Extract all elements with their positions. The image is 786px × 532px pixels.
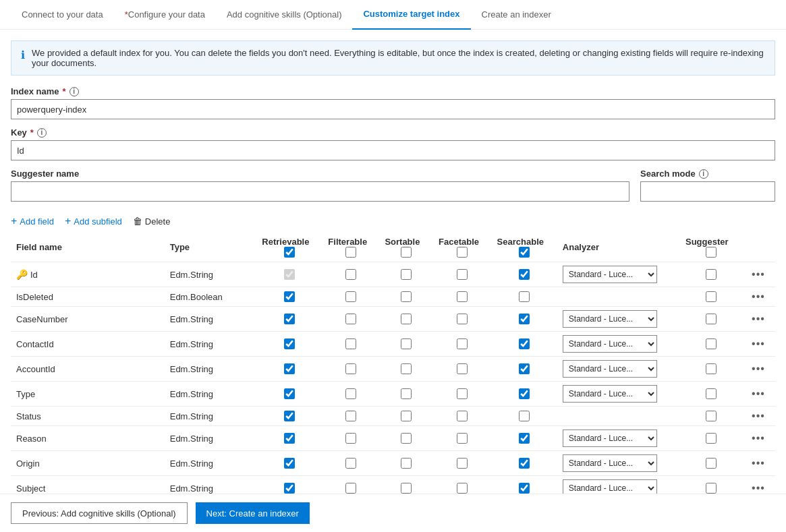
delete-button[interactable]: 🗑 Delete	[133, 216, 171, 227]
searchable-checkbox[interactable]	[519, 388, 530, 399]
sortable-checkbox[interactable]	[401, 269, 412, 280]
nav-step-indexer[interactable]: Create an indexer	[471, 0, 562, 30]
analyzer-select[interactable]: Standard - Luce...	[563, 335, 657, 353]
row-more-button[interactable]: •••	[749, 268, 768, 280]
sortable-checkbox[interactable]	[401, 388, 412, 399]
nav-step-cognitive[interactable]: Add cognitive skills (Optional)	[216, 0, 353, 30]
filterable-checkbox[interactable]	[345, 483, 356, 494]
filterable-checkbox[interactable]	[345, 388, 356, 399]
suggester-checkbox[interactable]	[706, 338, 717, 349]
retrievable-checkbox[interactable]	[284, 483, 295, 494]
key-info-icon[interactable]: i	[37, 128, 47, 138]
sortable-checkbox[interactable]	[401, 458, 412, 469]
retrievable-checkbox[interactable]	[284, 363, 295, 374]
analyzer-select[interactable]: Standard - Luce...	[563, 310, 657, 328]
searchable-checkbox[interactable]	[519, 483, 530, 494]
retrievable-checkbox[interactable]	[284, 338, 295, 349]
retrievable-checkbox[interactable]	[284, 388, 295, 399]
facetable-checkbox[interactable]	[457, 483, 468, 494]
row-more-button[interactable]: •••	[749, 432, 768, 444]
suggester-checkbox[interactable]	[706, 411, 717, 421]
facetable-checkbox[interactable]	[457, 314, 468, 324]
searchable-checkbox[interactable]	[519, 314, 530, 324]
add-subfield-button[interactable]: + Add subfield	[65, 215, 122, 227]
suggester-checkbox[interactable]	[706, 458, 717, 469]
searchable-checkbox[interactable]	[519, 458, 530, 469]
sortable-checkbox[interactable]	[401, 433, 412, 444]
filterable-checkbox[interactable]	[345, 458, 356, 469]
next-button[interactable]: Next: Create an indexer	[196, 502, 310, 524]
filterable-checkbox[interactable]	[345, 291, 356, 302]
retrievable-checkbox[interactable]	[284, 291, 295, 302]
search-mode-info-icon[interactable]: i	[699, 169, 708, 179]
row-more-button[interactable]: •••	[749, 457, 768, 469]
sortable-checkbox[interactable]	[401, 338, 412, 349]
analyzer-select[interactable]: Standard - Luce...	[563, 454, 657, 472]
facetable-checkbox[interactable]	[457, 411, 468, 421]
suggester-checkbox[interactable]	[706, 433, 717, 444]
searchable-checkbox[interactable]	[519, 269, 530, 280]
facetable-checkbox[interactable]	[457, 363, 468, 374]
suggester-checkbox[interactable]	[706, 483, 717, 494]
sortable-checkbox[interactable]	[401, 411, 412, 421]
key-input[interactable]	[11, 140, 775, 160]
sortable-checkbox[interactable]	[401, 291, 412, 302]
header-retrievable-checkbox[interactable]	[284, 247, 295, 258]
analyzer-select[interactable]: Standard - Luce...	[563, 266, 657, 283]
nav-step-configure[interactable]: Configure your data	[114, 0, 216, 30]
searchable-checkbox[interactable]	[519, 433, 530, 444]
suggester-checkbox[interactable]	[706, 363, 717, 374]
row-more-button[interactable]: •••	[749, 482, 768, 494]
suggester-checkbox[interactable]	[706, 314, 717, 324]
facetable-checkbox[interactable]	[457, 433, 468, 444]
retrievable-checkbox[interactable]	[284, 411, 295, 421]
searchable-checkbox[interactable]	[519, 363, 530, 374]
search-mode-input[interactable]	[640, 181, 775, 202]
row-more-button[interactable]: •••	[749, 338, 768, 350]
retrievable-checkbox[interactable]	[284, 433, 295, 444]
header-sortable-checkbox[interactable]	[401, 247, 412, 258]
nav-step-connect[interactable]: Connect to your data	[11, 0, 114, 30]
filterable-checkbox[interactable]	[345, 433, 356, 444]
filterable-checkbox[interactable]	[345, 363, 356, 374]
prev-button[interactable]: Previous: Add cognitive skills (Optional…	[11, 502, 188, 524]
retrievable-checkbox[interactable]	[284, 458, 295, 469]
header-filterable-checkbox[interactable]	[345, 247, 356, 258]
sortable-checkbox[interactable]	[401, 483, 412, 494]
facetable-checkbox[interactable]	[457, 291, 468, 302]
searchable-checkbox[interactable]	[519, 411, 530, 421]
row-more-button[interactable]: •••	[749, 410, 768, 422]
retrievable-checkbox[interactable]	[284, 269, 295, 280]
filterable-checkbox[interactable]	[345, 338, 356, 349]
suggester-checkbox[interactable]	[706, 291, 717, 302]
filterable-checkbox[interactable]	[345, 411, 356, 421]
searchable-checkbox[interactable]	[519, 338, 530, 349]
suggester-checkbox[interactable]	[706, 388, 717, 399]
row-more-button[interactable]: •••	[749, 313, 768, 325]
index-name-input[interactable]	[11, 99, 775, 119]
index-name-info-icon[interactable]: i	[69, 87, 79, 96]
sortable-checkbox[interactable]	[401, 314, 412, 324]
add-field-button[interactable]: + Add field	[11, 215, 54, 227]
row-more-button[interactable]: •••	[749, 388, 768, 400]
suggester-checkbox[interactable]	[706, 269, 717, 280]
facetable-checkbox[interactable]	[457, 458, 468, 469]
facetable-checkbox[interactable]	[457, 388, 468, 399]
facetable-checkbox[interactable]	[457, 338, 468, 349]
filterable-checkbox[interactable]	[345, 314, 356, 324]
nav-step-customize[interactable]: Customize target index	[352, 0, 470, 30]
analyzer-select[interactable]: Standard - Luce...	[563, 385, 657, 403]
suggester-name-input[interactable]	[11, 181, 629, 202]
retrievable-checkbox[interactable]	[284, 314, 295, 324]
row-more-button[interactable]: •••	[749, 363, 768, 375]
header-searchable-checkbox[interactable]	[519, 247, 530, 258]
facetable-checkbox[interactable]	[457, 269, 468, 280]
row-more-button[interactable]: •••	[749, 291, 768, 303]
analyzer-select[interactable]: Standard - Luce...	[563, 430, 657, 447]
sortable-checkbox[interactable]	[401, 363, 412, 374]
header-facetable-checkbox[interactable]	[457, 247, 468, 258]
analyzer-select[interactable]: Standard - Luce...	[563, 360, 657, 378]
searchable-checkbox[interactable]	[519, 291, 530, 302]
header-suggester-checkbox[interactable]	[706, 247, 717, 258]
filterable-checkbox[interactable]	[345, 269, 356, 280]
